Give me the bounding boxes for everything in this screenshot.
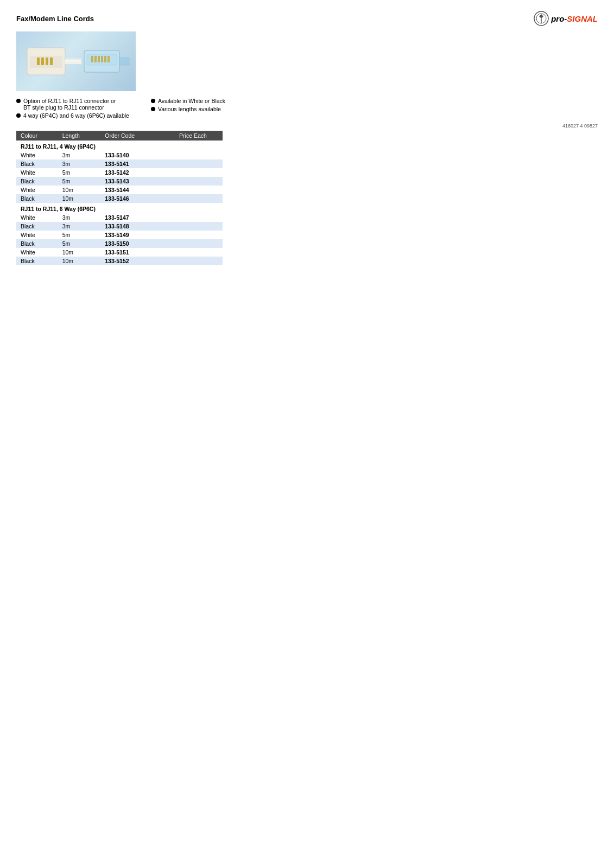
bullet-icon bbox=[151, 107, 155, 111]
cell-order_code: 133-5147 bbox=[100, 213, 163, 222]
svg-marker-2 bbox=[539, 14, 543, 18]
svg-rect-15 bbox=[91, 56, 93, 62]
feature-text-1: Option of RJ11 to RJ11 connector orBT st… bbox=[23, 98, 116, 111]
logo-text: pro-SIGNAL bbox=[551, 14, 598, 23]
cell-price bbox=[163, 159, 223, 168]
table-section-header: RJ11 to RJ11, 4 Way (6P4C) bbox=[16, 141, 223, 151]
features-left: Option of RJ11 to RJ11 connector orBT st… bbox=[16, 98, 129, 119]
cell-price bbox=[163, 248, 223, 257]
cell-price bbox=[163, 222, 223, 231]
feature-item-4: Various lengths available bbox=[151, 106, 225, 112]
part-number: 416027 4 09827 bbox=[16, 123, 598, 129]
connector-svg bbox=[22, 37, 130, 86]
cell-order_code: 133-5149 bbox=[100, 231, 163, 239]
table-row: Black10m133-5152 bbox=[16, 257, 223, 265]
table-row: Black3m133-5148 bbox=[16, 222, 223, 231]
cell-price bbox=[163, 168, 223, 177]
product-image bbox=[16, 31, 136, 91]
col-order-code: Order Code bbox=[100, 131, 163, 141]
cell-order_code: 133-5150 bbox=[100, 239, 163, 248]
cell-order_code: 133-5146 bbox=[100, 194, 163, 203]
cell-price bbox=[163, 177, 223, 186]
table-row: White10m133-5144 bbox=[16, 186, 223, 194]
bullet-icon bbox=[16, 99, 21, 103]
cell-length: 10m bbox=[58, 194, 101, 203]
cell-price bbox=[163, 186, 223, 194]
cell-length: 3m bbox=[58, 213, 101, 222]
svg-rect-6 bbox=[37, 58, 40, 65]
cell-colour: Black bbox=[16, 177, 58, 186]
cell-order_code: 133-5141 bbox=[100, 159, 163, 168]
col-length: Length bbox=[58, 131, 101, 141]
cell-price bbox=[163, 194, 223, 203]
features-right: Available in White or Black Various leng… bbox=[151, 98, 225, 119]
cell-price bbox=[163, 239, 223, 248]
cell-colour: Black bbox=[16, 194, 58, 203]
feature-item-1: Option of RJ11 to RJ11 connector orBT st… bbox=[16, 98, 129, 111]
col-colour: Colour bbox=[16, 131, 58, 141]
svg-rect-19 bbox=[104, 56, 106, 62]
logo-icon bbox=[534, 11, 549, 26]
cell-length: 5m bbox=[58, 168, 101, 177]
cell-price bbox=[163, 151, 223, 159]
feature-text-4: Various lengths available bbox=[158, 106, 221, 112]
cell-length: 10m bbox=[58, 257, 101, 265]
cell-length: 5m bbox=[58, 239, 101, 248]
cell-colour: Black bbox=[16, 257, 58, 265]
bullet-icon bbox=[16, 113, 21, 118]
table-row: Black5m133-5143 bbox=[16, 177, 223, 186]
cell-colour: White bbox=[16, 213, 58, 222]
svg-rect-7 bbox=[41, 58, 44, 65]
table-row: Black5m133-5150 bbox=[16, 239, 223, 248]
feature-text-2: 4 way (6P4C) and 6 way (6P6C) available bbox=[23, 112, 129, 119]
svg-rect-21 bbox=[119, 58, 129, 65]
cell-length: 5m bbox=[58, 177, 101, 186]
feature-item-2: 4 way (6P4C) and 6 way (6P6C) available bbox=[16, 112, 129, 119]
cell-colour: White bbox=[16, 248, 58, 257]
table-row: Black10m133-5146 bbox=[16, 194, 223, 203]
product-table: Colour Length Order Code Price Each RJ11… bbox=[16, 131, 223, 265]
cell-price bbox=[163, 231, 223, 239]
product-image-area bbox=[16, 31, 598, 91]
cell-colour: White bbox=[16, 168, 58, 177]
cell-order_code: 133-5144 bbox=[100, 186, 163, 194]
page-title: Fax/Modem Line Cords bbox=[16, 15, 94, 23]
svg-rect-9 bbox=[50, 58, 53, 65]
cell-length: 10m bbox=[58, 186, 101, 194]
svg-rect-10 bbox=[65, 59, 81, 64]
svg-rect-20 bbox=[107, 56, 110, 62]
features-section: Option of RJ11 to RJ11 connector orBT st… bbox=[16, 98, 598, 119]
cell-price bbox=[163, 213, 223, 222]
cell-order_code: 133-5140 bbox=[100, 151, 163, 159]
cell-colour: White bbox=[16, 186, 58, 194]
cell-length: 3m bbox=[58, 222, 101, 231]
cell-order_code: 133-5142 bbox=[100, 168, 163, 177]
cell-order_code: 133-5148 bbox=[100, 222, 163, 231]
cell-colour: White bbox=[16, 231, 58, 239]
cell-length: 10m bbox=[58, 248, 101, 257]
cell-length: 3m bbox=[58, 159, 101, 168]
table-row: White10m133-5151 bbox=[16, 248, 223, 257]
cell-colour: White bbox=[16, 151, 58, 159]
cell-price bbox=[163, 257, 223, 265]
bullet-icon bbox=[151, 99, 155, 103]
cell-order_code: 133-5143 bbox=[100, 177, 163, 186]
table-row: White3m133-5140 bbox=[16, 151, 223, 159]
cell-order_code: 133-5152 bbox=[100, 257, 163, 265]
feature-text-3: Available in White or Black bbox=[158, 98, 225, 104]
svg-rect-17 bbox=[98, 56, 100, 62]
feature-item-3: Available in White or Black bbox=[151, 98, 225, 104]
table-row: Black3m133-5141 bbox=[16, 159, 223, 168]
table-section-header: RJ11 to RJ11, 6 Way (6P6C) bbox=[16, 203, 223, 213]
cell-colour: Black bbox=[16, 222, 58, 231]
table-row: White5m133-5149 bbox=[16, 231, 223, 239]
col-price: Price Each bbox=[163, 131, 223, 141]
svg-rect-18 bbox=[101, 56, 103, 62]
svg-rect-16 bbox=[94, 56, 97, 62]
cell-order_code: 133-5151 bbox=[100, 248, 163, 257]
cell-colour: Black bbox=[16, 239, 58, 248]
svg-rect-8 bbox=[46, 58, 48, 65]
table-row: White3m133-5147 bbox=[16, 213, 223, 222]
cell-colour: Black bbox=[16, 159, 58, 168]
logo: pro-SIGNAL bbox=[534, 11, 598, 26]
